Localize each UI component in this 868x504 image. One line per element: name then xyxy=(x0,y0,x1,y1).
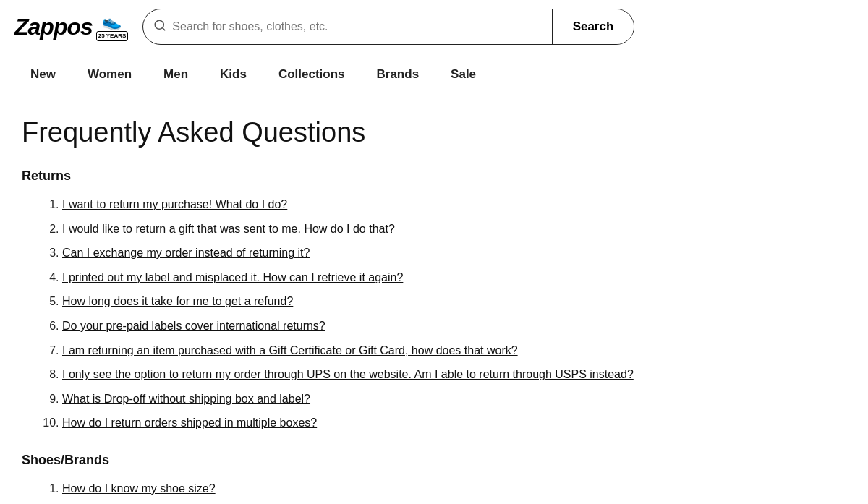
search-button[interactable]: Search xyxy=(552,9,634,44)
faq-link[interactable]: What is Drop-off without shipping box an… xyxy=(62,393,310,405)
faq-link[interactable]: I printed out my label and misplaced it.… xyxy=(62,271,403,283)
list-item: I printed out my label and misplaced it.… xyxy=(62,268,774,287)
list-item: What is Drop-off without shipping box an… xyxy=(62,390,774,409)
logo-area[interactable]: Zappos 👟 25 YEARS xyxy=(14,12,128,41)
faq-link[interactable]: I only see the option to return my order… xyxy=(62,368,634,380)
faq-link[interactable]: I want to return my purchase! What do I … xyxy=(62,198,287,210)
nav-item-brands[interactable]: Brands xyxy=(361,54,435,95)
returns-section: Returns I want to return my purchase! Wh… xyxy=(22,168,774,432)
shoes-brands-heading: Shoes/Brands xyxy=(22,453,774,468)
nav-item-sale[interactable]: Sale xyxy=(435,54,492,95)
faq-link[interactable]: How do I return orders shipped in multip… xyxy=(62,417,317,429)
nav-item-new[interactable]: New xyxy=(14,54,72,95)
list-item: Can I exchange my order instead of retur… xyxy=(62,244,774,262)
faq-link[interactable]: How long does it take for me to get a re… xyxy=(62,295,293,307)
logo-text: Zappos xyxy=(14,14,93,40)
faq-link[interactable]: How do I know my shoe size? xyxy=(62,482,216,495)
list-item: I am returning an item purchased with a … xyxy=(62,341,774,360)
search-input-wrap xyxy=(143,19,551,35)
returns-heading: Returns xyxy=(22,168,774,184)
faq-link[interactable]: I am returning an item purchased with a … xyxy=(62,344,518,356)
list-item: How do I know my shoe size? xyxy=(62,479,774,498)
search-icon xyxy=(153,19,166,35)
list-item: How long does it take for me to get a re… xyxy=(62,292,774,311)
list-item: I only see the option to return my order… xyxy=(62,365,774,384)
nav-item-women[interactable]: Women xyxy=(72,54,148,95)
page-title: Frequently Asked Questions xyxy=(22,117,774,148)
header: Zappos 👟 25 YEARS Search xyxy=(0,0,868,54)
main-content: Frequently Asked Questions Returns I wan… xyxy=(0,95,796,504)
main-nav: New Women Men Kids Collections Brands Sa… xyxy=(0,54,868,95)
list-item: I want to return my purchase! What do I … xyxy=(62,195,774,214)
shoes-brands-faq-list: How do I know my shoe size? xyxy=(22,479,774,498)
logo-badge: 25 YEARS xyxy=(96,31,129,41)
list-item: I would like to return a gift that was s… xyxy=(62,220,774,239)
search-bar: Search xyxy=(142,9,634,45)
faq-link[interactable]: I would like to return a gift that was s… xyxy=(62,223,395,235)
nav-item-collections[interactable]: Collections xyxy=(263,54,361,95)
faq-link[interactable]: Can I exchange my order instead of retur… xyxy=(62,247,310,259)
logo-shoe-icon: 👟 xyxy=(102,12,122,31)
nav-item-men[interactable]: Men xyxy=(148,54,204,95)
returns-faq-list: I want to return my purchase! What do I … xyxy=(22,195,774,432)
shoes-brands-section: Shoes/Brands How do I know my shoe size? xyxy=(22,453,774,498)
search-input[interactable] xyxy=(172,20,541,33)
list-item: Do your pre-paid labels cover internatio… xyxy=(62,317,774,336)
faq-link[interactable]: Do your pre-paid labels cover internatio… xyxy=(62,320,326,332)
nav-item-kids[interactable]: Kids xyxy=(204,54,263,95)
svg-line-1 xyxy=(163,27,165,30)
list-item: How do I return orders shipped in multip… xyxy=(62,414,774,432)
